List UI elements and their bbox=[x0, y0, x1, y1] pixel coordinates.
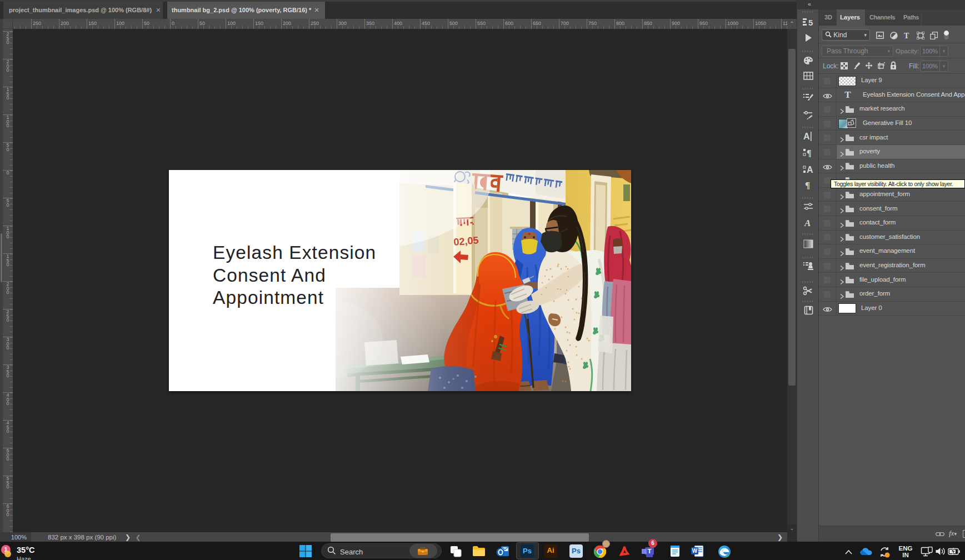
svg-text:W: W bbox=[692, 548, 698, 554]
svg-text:A: A bbox=[803, 132, 810, 141]
svg-text:T: T bbox=[904, 32, 909, 39]
svg-text:A: A bbox=[807, 165, 813, 174]
svg-text:A: A bbox=[804, 218, 811, 227]
svg-text:5: 5 bbox=[808, 18, 813, 27]
svg-text:¶: ¶ bbox=[807, 148, 812, 157]
svg-text:¶: ¶ bbox=[805, 180, 810, 189]
svg-text:T: T bbox=[648, 548, 652, 554]
